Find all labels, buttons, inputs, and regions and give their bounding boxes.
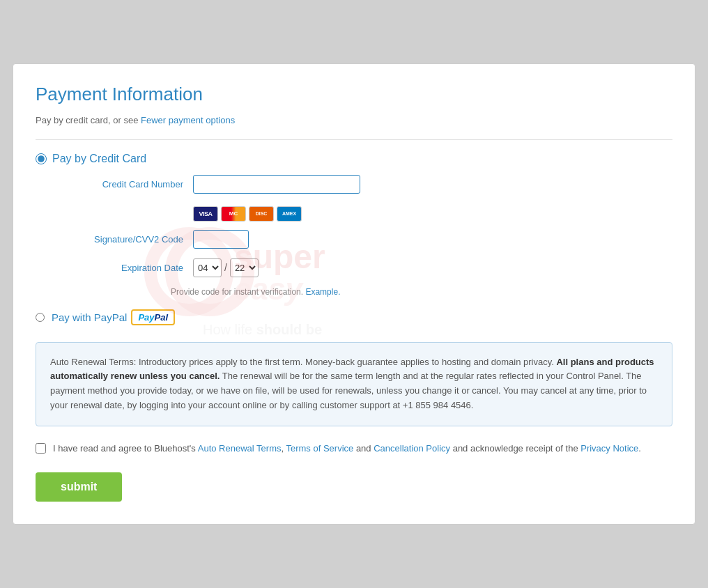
divider <box>36 139 672 140</box>
subtitle: Pay by credit card, or see Fewer payment… <box>36 115 672 125</box>
credit-card-radio-label[interactable]: Pay by Credit Card <box>36 153 672 165</box>
cancellation-link[interactable]: Cancellation Policy <box>374 443 450 454</box>
renewal-prefix: Auto Renewal Terms: Introductory prices … <box>50 357 556 367</box>
amex-icon: AMEX <box>277 206 302 222</box>
payment-card: Payment Information Pay by credit card, … <box>13 63 695 525</box>
cc-number-input[interactable] <box>193 175 360 194</box>
credit-card-form: Credit Card Number VISA MC DISC AMEX Sig… <box>58 175 672 277</box>
cc-number-label: Credit Card Number <box>58 179 183 189</box>
agree-text-4: and acknowledge receipt of the <box>450 443 580 454</box>
subtitle-text: Pay by credit card, or see <box>36 115 141 125</box>
expiry-label: Expiration Date <box>58 263 183 273</box>
cvv-label: Signature/CVV2 Code <box>58 234 183 245</box>
agreement-text[interactable]: I have read and agree to Bluehost's Auto… <box>53 442 641 456</box>
expiry-separator: / <box>224 262 227 273</box>
agree-text-1: I have read and agree to Bluehost's <box>53 443 198 454</box>
credit-card-radio[interactable] <box>36 153 47 164</box>
visa-icon: VISA <box>193 206 218 222</box>
paypal-pay-text: Pay <box>138 312 154 323</box>
cc-number-row: Credit Card Number <box>58 175 672 194</box>
cvv-row: Signature/CVV2 Code <box>58 230 672 249</box>
expiry-year-select[interactable]: 22 23 24 25 26 27 28 29 30 <box>230 258 259 277</box>
verify-text-content: Provide code for instant verification. <box>171 287 305 297</box>
card-icons-row: VISA MC DISC AMEX <box>193 203 672 222</box>
discover-icon: DISC <box>249 206 274 222</box>
credit-card-label: Pay by Credit Card <box>52 153 146 165</box>
paypal-badge: PayPal <box>131 309 175 325</box>
agree-text-5: . <box>638 443 641 454</box>
verify-text: Provide code for instant verification. E… <box>171 287 672 297</box>
paypal-pal-text: Pal <box>155 312 169 323</box>
cvv-input[interactable] <box>193 230 249 249</box>
mastercard-icon: MC <box>221 206 246 222</box>
expiry-row: Expiration Date 01 02 03 04 05 06 07 08 … <box>58 258 672 277</box>
privacy-link[interactable]: Privacy Notice <box>580 443 638 454</box>
renewal-box: Auto Renewal Terms: Introductory prices … <box>36 342 672 426</box>
agree-text-3: and <box>353 443 374 454</box>
agreement-checkbox[interactable] <box>36 443 46 454</box>
paypal-label[interactable]: Pay with PayPal PayPal <box>52 309 175 325</box>
paypal-radio[interactable] <box>36 313 45 322</box>
paypal-label-text: Pay with PayPal <box>52 311 127 323</box>
paypal-section: Pay with PayPal PayPal <box>36 309 672 325</box>
auto-renewal-terms-link[interactable]: Auto Renewal Terms <box>198 443 282 454</box>
page-title: Payment Information <box>36 84 672 105</box>
submit-button[interactable]: submit <box>36 472 122 502</box>
example-link[interactable]: Example. <box>305 287 340 297</box>
tos-link[interactable]: Terms of Service <box>286 443 353 454</box>
fewer-options-link[interactable]: Fewer payment options <box>141 115 235 125</box>
credit-card-section: Pay by Credit Card Credit Card Number VI… <box>36 153 672 297</box>
card-icons: VISA MC DISC AMEX <box>193 206 302 222</box>
agreement-row: I have read and agree to Bluehost's Auto… <box>36 442 672 456</box>
expiry-month-select[interactable]: 01 02 03 04 05 06 07 08 09 10 11 12 <box>193 258 222 277</box>
